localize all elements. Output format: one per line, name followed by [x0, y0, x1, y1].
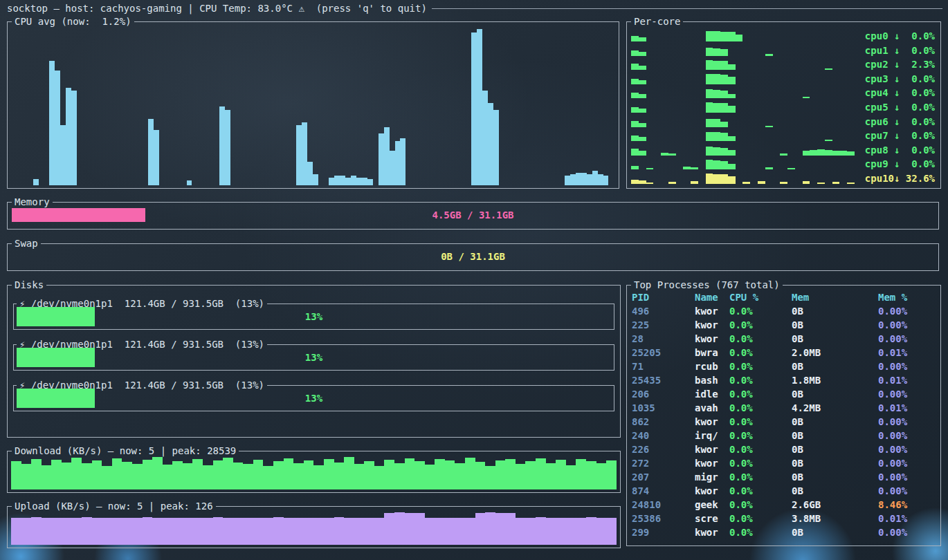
- process-cell: 299: [632, 525, 695, 539]
- chart-bar: [780, 153, 787, 156]
- memory-gauge: 4.5GB / 31.1GB: [12, 208, 934, 222]
- chart-bar: [243, 464, 253, 489]
- process-cell: 25435: [632, 373, 695, 387]
- chart-bar: [736, 35, 743, 41]
- core-row: cpu2 ↓ 2.3%: [631, 57, 935, 70]
- disk-usage-percent: 13%: [14, 386, 614, 411]
- chart-bar: [485, 466, 495, 489]
- chart-bar: [631, 36, 639, 41]
- process-row: 207migr0.0%0B0.00%: [632, 470, 938, 484]
- chart-bar: [364, 461, 374, 489]
- process-cell: 3.8MB: [792, 512, 878, 525]
- chart-bar: [354, 464, 365, 489]
- chart-bar: [720, 174, 728, 184]
- chart-bar: [825, 150, 832, 156]
- chart-bar: [803, 151, 810, 156]
- process-cell: 0.00%: [878, 318, 938, 332]
- core-row: cpu3 ↓ 0.0%: [631, 71, 935, 84]
- core-row: cpu6 ↓ 0.0%: [631, 114, 935, 127]
- chart-bar: [400, 138, 405, 185]
- chart-bar: [576, 173, 581, 185]
- process-row: 240irq/0.0%0B0.00%: [632, 429, 938, 442]
- chart-bar: [163, 518, 173, 545]
- upload-panel: Upload (KB/s) — now: 5 | peak: 126: [7, 506, 621, 548]
- process-cell: irq/: [695, 429, 729, 442]
- core-label: cpu10↓ 32.6%: [862, 173, 935, 184]
- chart-bar: [713, 90, 720, 99]
- process-row: 299kwor0.0%0B0.00%: [632, 525, 938, 539]
- core-spark-chart: [631, 116, 855, 127]
- core-row: cpu5 ↓ 0.0%: [631, 100, 935, 113]
- chart-bar: [631, 149, 639, 156]
- chart-bar: [302, 122, 307, 185]
- chart-bar: [780, 182, 787, 184]
- core-label: cpu7 ↓ 0.0%: [862, 130, 935, 141]
- chart-bar: [525, 461, 536, 489]
- chart-bar: [21, 464, 32, 489]
- chart-bar: [706, 147, 713, 156]
- process-cell: kwor: [695, 304, 729, 318]
- chart-bar: [566, 465, 576, 489]
- chart-bar: [192, 459, 203, 489]
- chart-bar: [720, 32, 728, 41]
- chart-bar: [691, 167, 698, 169]
- process-cell: 0.0%: [729, 332, 792, 346]
- chart-bar: [728, 64, 736, 70]
- chart-bar: [639, 80, 646, 84]
- upload-history-chart: [11, 511, 617, 545]
- chart-bar: [395, 141, 401, 185]
- chart-bar: [728, 94, 736, 98]
- chart-bar: [435, 518, 445, 545]
- process-cell: 0.01%: [878, 401, 938, 415]
- process-cell: 0.00%: [878, 442, 938, 456]
- chart-bar: [720, 103, 728, 113]
- core-spark-chart: [631, 158, 855, 169]
- title-bar: socktop — host: cachyos-gaming | CPU Tem…: [7, 3, 942, 14]
- chart-bar: [11, 461, 21, 489]
- disks-panel: Disks ⚡ /dev/nvme0n1p1 121.4GB / 931.5GB…: [7, 285, 621, 438]
- process-header-cell: Mem %: [878, 290, 938, 304]
- chart-bar: [455, 518, 465, 545]
- chart-bar: [631, 50, 639, 56]
- process-cell: 0.0%: [729, 429, 792, 442]
- chart-bar: [203, 465, 213, 489]
- chart-bar: [384, 127, 390, 185]
- chart-bar: [340, 176, 345, 185]
- chart-bar: [758, 181, 765, 184]
- chart-bar: [546, 518, 556, 545]
- process-cell: 0B: [792, 318, 878, 332]
- chart-bar: [728, 164, 736, 170]
- chart-bar: [445, 460, 455, 489]
- chart-bar: [284, 518, 294, 545]
- chart-bar: [143, 517, 153, 545]
- chart-bar: [606, 460, 617, 489]
- chart-bar: [706, 89, 713, 99]
- chart-bar: [345, 178, 351, 185]
- chart-bar: [536, 517, 546, 545]
- chart-bar: [304, 518, 314, 545]
- process-cell: 4.2MB: [792, 401, 878, 415]
- chart-bar: [639, 123, 646, 127]
- chart-bar: [598, 174, 603, 185]
- process-cell: avah: [695, 401, 729, 415]
- chart-bar: [847, 183, 855, 184]
- process-cell: 0.01%: [878, 346, 938, 360]
- process-cell: 0B: [792, 387, 878, 401]
- process-cell: kwor: [695, 332, 729, 346]
- chart-bar: [728, 136, 736, 141]
- chart-bar: [445, 518, 455, 545]
- chart-bar: [631, 180, 639, 184]
- process-cell: kwor: [695, 415, 729, 429]
- terminal-window[interactable]: socktop — host: cachyos-gaming | CPU Tem…: [0, 0, 948, 560]
- chart-bar: [765, 167, 773, 169]
- chart-bar: [586, 461, 596, 489]
- process-cell: 2.0MB: [792, 346, 878, 360]
- chart-bar: [233, 463, 244, 489]
- chart-bar: [706, 74, 713, 84]
- process-cell: 207: [632, 470, 695, 484]
- chart-bar: [31, 517, 42, 545]
- chart-bar: [817, 149, 825, 156]
- process-cell: kwor: [695, 442, 729, 456]
- process-header-cell: Name: [695, 290, 729, 304]
- chart-bar: [516, 464, 526, 489]
